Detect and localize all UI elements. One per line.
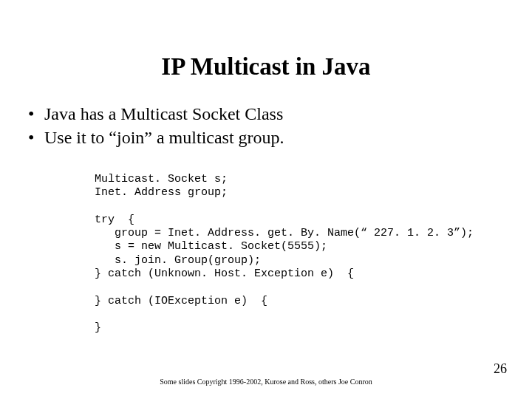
bullet-list: • Java has a Multicast Socket Class • Us… bbox=[28, 102, 501, 150]
bullet-dot: • bbox=[28, 102, 44, 126]
footer-copyright: Some slides Copyright 1996-2002, Kurose … bbox=[0, 378, 532, 386]
bullet-text: Java has a Multicast Socket Class bbox=[44, 102, 283, 126]
bullet-dot: • bbox=[28, 126, 44, 149]
bullet-item: • Use it to “join” a multicast group. bbox=[28, 126, 501, 149]
code-block: Multicast. Socket s; Inet. Address group… bbox=[95, 173, 508, 335]
page-number: 26 bbox=[494, 361, 507, 377]
bullet-item: • Java has a Multicast Socket Class bbox=[28, 102, 501, 126]
slide: IP Multicast in Java • Java has a Multic… bbox=[0, 0, 532, 399]
slide-title: IP Multicast in Java bbox=[0, 53, 532, 81]
bullet-text: Use it to “join” a multicast group. bbox=[44, 126, 284, 149]
